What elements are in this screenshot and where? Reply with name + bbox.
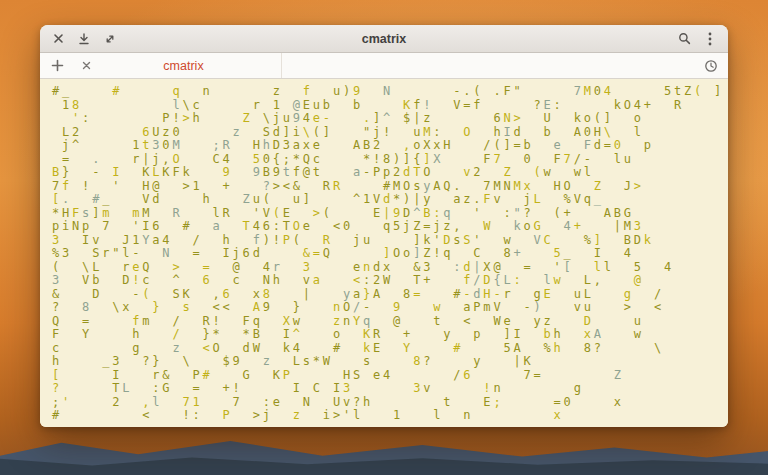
plus-icon — [51, 59, 64, 72]
tab-cmatrix[interactable]: cmatrix — [70, 53, 282, 78]
menu-button[interactable] — [700, 29, 720, 49]
close-window-button[interactable] — [48, 29, 68, 49]
new-tab-button[interactable] — [46, 55, 68, 77]
fullscreen-button[interactable] — [100, 29, 120, 49]
clock-icon — [704, 59, 718, 73]
window-title: cmatrix — [40, 32, 728, 46]
close-icon — [82, 61, 91, 70]
tab-bar: cmatrix — [40, 53, 728, 79]
fullscreen-icon — [104, 33, 116, 45]
search-icon — [678, 32, 691, 45]
search-button[interactable] — [674, 29, 694, 49]
terminal-screen[interactable]: #_ # q n z f u)9 N -.( .F" 7M04 5tZ( ] 1… — [40, 79, 728, 427]
close-icon — [53, 33, 64, 44]
download-icon — [78, 33, 90, 45]
tab-label: cmatrix — [94, 59, 273, 73]
menu-dots-icon — [708, 32, 712, 46]
headerbar-actions — [674, 29, 720, 49]
window-controls — [48, 29, 120, 49]
close-tab-button[interactable] — [78, 58, 94, 74]
session-timer-button[interactable] — [700, 55, 722, 77]
terminal-window: cmatrix — [40, 25, 728, 427]
window-headerbar: cmatrix — [40, 25, 728, 53]
download-button[interactable] — [74, 29, 94, 49]
desktop-background: cmatrix — [0, 0, 768, 475]
